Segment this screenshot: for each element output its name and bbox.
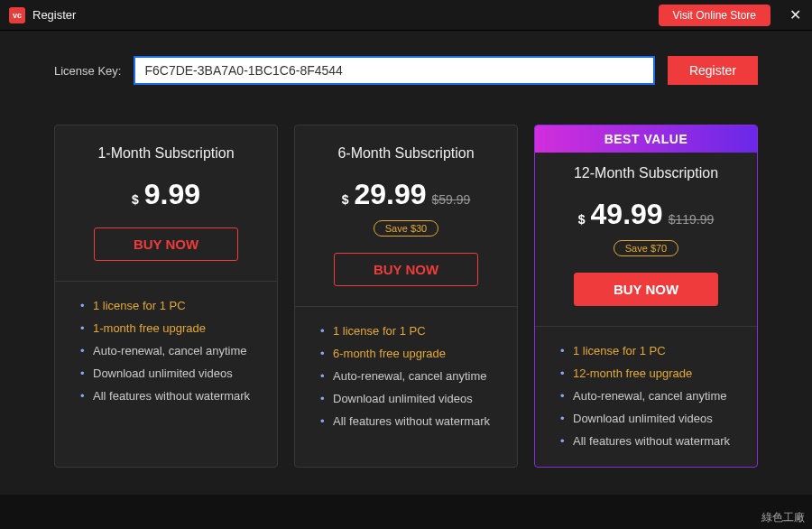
visit-store-button[interactable]: Visit Online Store <box>659 5 771 26</box>
feature-list: 1 license for 1 PC6-month free upgradeAu… <box>295 307 517 432</box>
save-badge: Save $30 <box>374 220 438 237</box>
old-price: $119.99 <box>669 212 715 227</box>
plan-card-1: 1-Month Subscription$9.99BUY NOW1 licens… <box>54 125 278 468</box>
buy-now-button[interactable]: BUY NOW <box>334 253 478 286</box>
feature-item: 1-month free upgrade <box>80 317 259 339</box>
feature-list: 1 license for 1 PC1-month free upgradeAu… <box>55 282 277 407</box>
feature-item: 1 license for 1 PC <box>80 294 259 317</box>
register-button[interactable]: Register <box>668 56 758 85</box>
feature-list: 1 license for 1 PC12-month free upgradeA… <box>535 327 757 452</box>
plan-card-2: 6-Month Subscription$29.99$59.99Save $30… <box>294 125 518 468</box>
feature-item: All features without watermark <box>80 385 259 407</box>
plan-title: 12-Month Subscription <box>553 165 739 181</box>
old-price: $59.99 <box>432 192 471 207</box>
price-row: $29.99$59.99 <box>313 178 499 211</box>
close-icon[interactable]: ✕ <box>787 6 803 23</box>
window-title: Register <box>32 8 76 22</box>
watermark-text: 綠色工廠 <box>761 510 805 525</box>
feature-item: Auto-renewal, cancel anytime <box>320 365 499 387</box>
plan-card-3: BEST VALUE12-Month Subscription$49.99$11… <box>534 125 758 468</box>
feature-item: All features without watermark <box>560 430 739 452</box>
feature-item: 12-month free upgrade <box>560 362 739 385</box>
plan-title: 6-Month Subscription <box>313 145 499 162</box>
buy-now-button[interactable]: BUY NOW <box>574 273 718 306</box>
currency-symbol: $ <box>342 192 349 207</box>
feature-item: All features without watermark <box>320 410 499 432</box>
license-key-row: License Key: Register <box>0 31 812 107</box>
feature-item: 1 license for 1 PC <box>320 320 499 342</box>
pricing-plans: 1-Month Subscription$9.99BUY NOW1 licens… <box>0 107 812 495</box>
titlebar: vc Register Visit Online Store ✕ <box>0 0 812 31</box>
feature-item: Download unlimited videos <box>320 387 499 410</box>
feature-item: Auto-renewal, cancel anytime <box>560 385 739 407</box>
feature-item: Download unlimited videos <box>560 407 739 430</box>
currency-symbol: $ <box>578 212 586 227</box>
buy-now-button[interactable]: BUY NOW <box>94 227 238 261</box>
price-value: 29.99 <box>354 178 426 211</box>
feature-item: 6-month free upgrade <box>320 342 499 365</box>
app-logo-icon: vc <box>9 7 25 23</box>
feature-item: Download unlimited videos <box>80 362 259 385</box>
best-value-badge: BEST VALUE <box>535 125 757 153</box>
feature-item: 1 license for 1 PC <box>560 339 739 362</box>
feature-item: Auto-renewal, cancel anytime <box>80 339 259 362</box>
license-key-input[interactable] <box>134 56 655 85</box>
currency-symbol: $ <box>132 192 139 207</box>
price-row: $9.99 <box>73 178 259 211</box>
plan-title: 1-Month Subscription <box>73 145 259 162</box>
price-row: $49.99$119.99 <box>553 198 739 231</box>
price-value: 49.99 <box>591 198 663 231</box>
price-value: 9.99 <box>144 178 200 211</box>
license-key-label: License Key: <box>54 64 121 78</box>
save-badge: Save $70 <box>614 240 678 256</box>
